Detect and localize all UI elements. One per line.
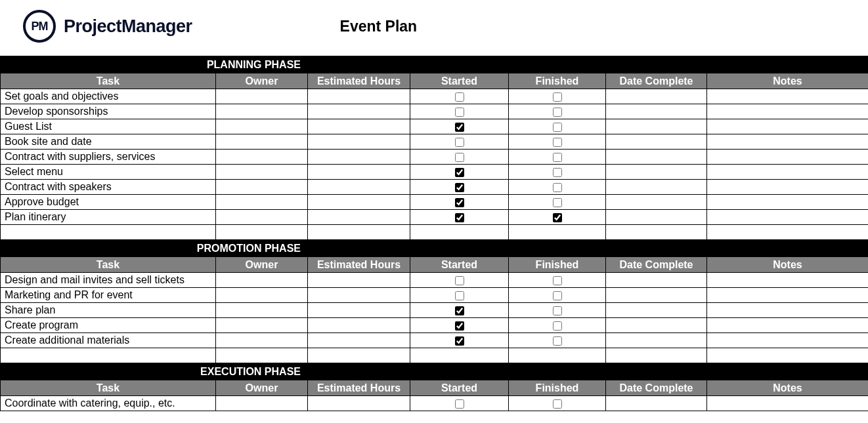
started-checkbox[interactable] — [455, 92, 464, 102]
date-cell[interactable] — [606, 303, 707, 318]
notes-cell[interactable] — [707, 119, 869, 134]
owner-cell[interactable] — [216, 333, 308, 348]
started-checkbox[interactable] — [455, 399, 464, 409]
date-cell[interactable] — [606, 195, 707, 210]
owner-cell[interactable] — [216, 210, 308, 225]
hours-cell[interactable] — [308, 288, 410, 303]
column-header-row: TaskOwnerEstimated HoursStartedFinishedD… — [1, 73, 869, 89]
notes-cell[interactable] — [707, 134, 869, 150]
started-checkbox[interactable] — [455, 108, 464, 117]
finished-checkbox[interactable] — [553, 306, 562, 315]
started-cell — [410, 119, 509, 134]
column-header-started: Started — [410, 380, 509, 396]
started-checkbox[interactable] — [455, 123, 464, 132]
date-cell[interactable] — [606, 119, 707, 134]
finished-checkbox[interactable] — [553, 138, 562, 147]
notes-cell[interactable] — [707, 288, 869, 303]
finished-checkbox[interactable] — [553, 336, 562, 346]
started-checkbox[interactable] — [455, 198, 464, 207]
document-header: PM ProjectManager Event Plan — [0, 0, 868, 56]
date-cell[interactable] — [606, 210, 707, 225]
finished-checkbox[interactable] — [553, 291, 562, 300]
hours-cell[interactable] — [308, 119, 410, 134]
task-cell: Develop sponsorships — [1, 104, 216, 119]
date-cell[interactable] — [606, 89, 707, 104]
started-checkbox[interactable] — [455, 336, 464, 346]
started-checkbox[interactable] — [455, 168, 464, 177]
column-header-date: Date Complete — [606, 380, 707, 396]
notes-cell[interactable] — [707, 210, 869, 225]
finished-checkbox[interactable] — [553, 213, 562, 222]
owner-cell[interactable] — [216, 273, 308, 288]
started-checkbox[interactable] — [455, 306, 464, 315]
finished-cell — [509, 288, 606, 303]
started-checkbox[interactable] — [455, 321, 464, 331]
date-cell[interactable] — [606, 165, 707, 180]
date-cell[interactable] — [606, 396, 707, 411]
owner-cell[interactable] — [216, 134, 308, 150]
started-checkbox[interactable] — [455, 153, 464, 162]
finished-checkbox[interactable] — [553, 92, 562, 102]
hours-cell[interactable] — [308, 210, 410, 225]
hours-cell[interactable] — [308, 318, 410, 333]
date-cell[interactable] — [606, 273, 707, 288]
hours-cell[interactable] — [308, 104, 410, 119]
started-checkbox[interactable] — [455, 138, 464, 147]
hours-cell[interactable] — [308, 333, 410, 348]
owner-cell[interactable] — [216, 396, 308, 411]
finished-checkbox[interactable] — [553, 153, 562, 162]
owner-cell[interactable] — [216, 119, 308, 134]
hours-cell[interactable] — [308, 273, 410, 288]
notes-cell[interactable] — [707, 104, 869, 119]
hours-cell[interactable] — [308, 134, 410, 150]
started-checkbox[interactable] — [455, 183, 464, 192]
owner-cell[interactable] — [216, 104, 308, 119]
notes-cell[interactable] — [707, 333, 869, 348]
finished-checkbox[interactable] — [553, 198, 562, 207]
finished-checkbox[interactable] — [553, 399, 562, 409]
owner-cell[interactable] — [216, 195, 308, 210]
date-cell[interactable] — [606, 180, 707, 195]
date-cell[interactable] — [606, 333, 707, 348]
notes-cell[interactable] — [707, 303, 869, 318]
owner-cell[interactable] — [216, 89, 308, 104]
notes-cell[interactable] — [707, 273, 869, 288]
started-cell — [410, 396, 509, 411]
notes-cell[interactable] — [707, 89, 869, 104]
finished-checkbox[interactable] — [553, 108, 562, 117]
hours-cell[interactable] — [308, 195, 410, 210]
date-cell[interactable] — [606, 288, 707, 303]
hours-cell[interactable] — [308, 89, 410, 104]
hours-cell[interactable] — [308, 303, 410, 318]
finished-checkbox[interactable] — [553, 168, 562, 177]
started-checkbox[interactable] — [455, 276, 464, 285]
owner-cell[interactable] — [216, 288, 308, 303]
finished-checkbox[interactable] — [553, 123, 562, 132]
notes-cell[interactable] — [707, 318, 869, 333]
notes-cell[interactable] — [707, 150, 869, 165]
hours-cell[interactable] — [308, 165, 410, 180]
date-cell[interactable] — [606, 318, 707, 333]
started-checkbox[interactable] — [455, 291, 464, 300]
hours-cell[interactable] — [308, 180, 410, 195]
notes-cell[interactable] — [707, 180, 869, 195]
finished-checkbox[interactable] — [553, 183, 562, 192]
owner-cell[interactable] — [216, 318, 308, 333]
hours-cell[interactable] — [308, 150, 410, 165]
brand-logo-circle: PM — [23, 10, 56, 43]
finished-checkbox[interactable] — [553, 276, 562, 285]
date-cell[interactable] — [606, 150, 707, 165]
owner-cell[interactable] — [216, 303, 308, 318]
notes-cell[interactable] — [707, 195, 869, 210]
date-cell[interactable] — [606, 134, 707, 150]
finished-checkbox[interactable] — [553, 321, 562, 331]
started-checkbox[interactable] — [455, 213, 464, 222]
column-header-notes: Notes — [707, 257, 869, 273]
owner-cell[interactable] — [216, 165, 308, 180]
owner-cell[interactable] — [216, 150, 308, 165]
notes-cell[interactable] — [707, 396, 869, 411]
notes-cell[interactable] — [707, 165, 869, 180]
date-cell[interactable] — [606, 104, 707, 119]
owner-cell[interactable] — [216, 180, 308, 195]
hours-cell[interactable] — [308, 396, 410, 411]
